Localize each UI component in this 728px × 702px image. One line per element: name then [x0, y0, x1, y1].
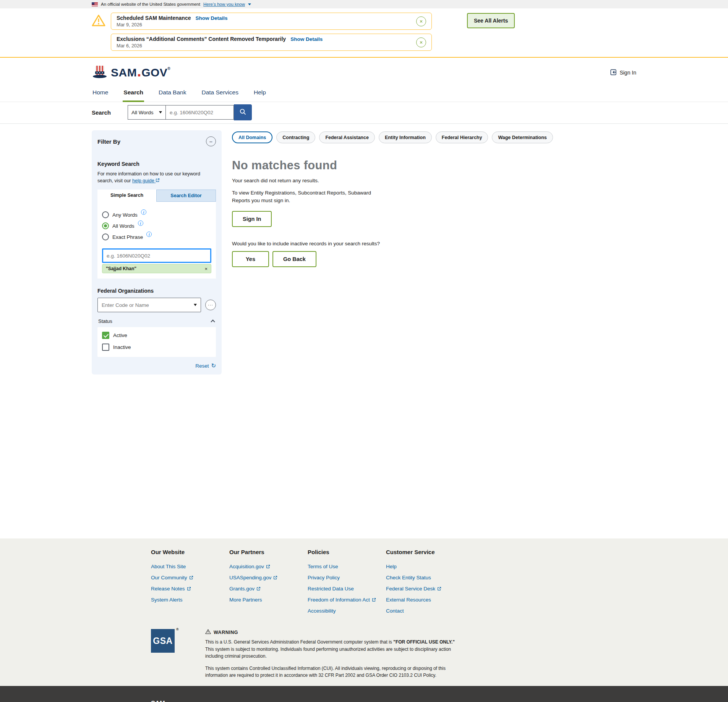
footer-link-about-this-site[interactable]: About This Site	[151, 564, 229, 569]
sign-in-button[interactable]: Sign In	[232, 211, 272, 227]
keyword-input[interactable]	[102, 248, 211, 263]
alert-close-button[interactable]: ×	[416, 37, 426, 47]
search-icon	[239, 108, 246, 117]
org-browse-button[interactable]: ···	[205, 300, 216, 310]
footer-link-more-partners[interactable]: More Partners	[229, 597, 308, 603]
info-icon[interactable]: i	[138, 220, 143, 226]
federal-org-combobox[interactable]: Enter Code or Name	[97, 298, 201, 312]
alerts-section: Scheduled SAM Maintenance Show Details M…	[0, 8, 728, 58]
domain-pill-wage-determinations[interactable]: Wage Determinations	[492, 131, 553, 143]
search-input[interactable]	[166, 105, 234, 120]
footer-link-privacy-policy[interactable]: Privacy Policy	[308, 575, 386, 580]
external-link-icon	[266, 564, 270, 569]
alert-show-details-link[interactable]: Show Details	[195, 15, 227, 21]
domain-pill-entity-information[interactable]: Entity Information	[379, 131, 432, 143]
info-icon[interactable]: i	[141, 209, 146, 215]
heres-how-you-know-link[interactable]: Here’s how you know	[203, 2, 245, 6]
external-link-icon	[187, 587, 191, 591]
site-footer: Our Website About This Site Our Communit…	[0, 538, 728, 686]
search-button[interactable]	[234, 104, 252, 120]
footer-link-external-resources[interactable]: External Resources	[386, 597, 464, 603]
radio-all-words[interactable]: All Words i	[102, 222, 211, 229]
nav-item-search[interactable]: Search	[123, 85, 144, 102]
footer-link-accessibility[interactable]: Accessibility	[308, 608, 386, 614]
footer-link-contact[interactable]: Contact	[386, 608, 464, 614]
footer-brand: SAM.gov	[151, 700, 728, 702]
footer-link-our-community[interactable]: Our Community	[151, 575, 229, 580]
footer-link-freedom-of-information-act[interactable]: Freedom of Information Act	[308, 597, 386, 603]
nav-item-home[interactable]: Home	[92, 85, 109, 102]
external-link-icon	[156, 178, 160, 182]
radio-exact-phrase[interactable]: Exact Phrase i	[102, 233, 211, 240]
alert-close-button[interactable]: ×	[416, 16, 426, 26]
nav-item-data-bank[interactable]: Data Bank	[158, 85, 187, 102]
no-results-text: Your search did not return any results.	[232, 178, 636, 183]
status-label: Status	[98, 318, 112, 324]
nav-item-help[interactable]: Help	[253, 85, 267, 102]
identifier-footer: SAM.gov An official website of the U.S. …	[0, 686, 728, 702]
go-back-button[interactable]: Go Back	[272, 251, 316, 267]
footer-link-terms-of-use[interactable]: Terms of Use	[308, 564, 386, 569]
status-box: Active Inactive	[97, 327, 216, 357]
sam-gov-logo[interactable]: SAMGOV®	[92, 65, 170, 81]
results-area: All Domains Contracting Federal Assistan…	[232, 130, 636, 267]
domain-pill-federal-assistance[interactable]: Federal Assistance	[319, 131, 375, 143]
radio-selected-icon	[102, 222, 109, 229]
radio-unselected-icon	[102, 233, 109, 240]
info-icon[interactable]: i	[146, 232, 152, 237]
footer-link-usaspending-gov[interactable]: USASpending.gov	[229, 575, 308, 580]
warning-block: WARNING This is a U.S. General Services …	[205, 629, 457, 679]
tab-search-editor[interactable]: Search Editor	[156, 190, 216, 202]
yes-button[interactable]: Yes	[232, 251, 269, 267]
keyword-chip-label: "Sajjad Khan"	[106, 266, 136, 271]
status-inactive-checkbox[interactable]: Inactive	[102, 344, 211, 351]
reset-filters-link[interactable]: Reset↻	[195, 363, 216, 369]
close-icon: ×	[420, 19, 423, 24]
domain-pill-federal-hierarchy[interactable]: Federal Hierarchy	[436, 131, 488, 143]
footer-column-our-website: Our Website About This Site Our Communit…	[151, 549, 229, 619]
footer-link-help[interactable]: Help	[386, 564, 464, 569]
minus-icon: −	[209, 138, 213, 145]
sign-in-link[interactable]: Sign In	[610, 69, 636, 77]
see-all-alerts-button[interactable]: See All Alerts	[467, 13, 515, 28]
sign-in-note: To view Entity Registrations, Subcontrac…	[232, 189, 386, 205]
search-label: Search	[92, 109, 128, 116]
footer-link-check-entity-status[interactable]: Check Entity Status	[386, 575, 464, 580]
footer-link-federal-service-desk[interactable]: Federal Service Desk	[386, 586, 464, 592]
footer-heading: Policies	[308, 549, 386, 555]
alert-warning-icon	[92, 15, 105, 28]
remove-chip-button[interactable]: ×	[204, 266, 208, 271]
footer-link-grants-gov[interactable]: Grants.gov	[229, 586, 308, 592]
footer-link-acquisition-gov[interactable]: Acquisition.gov	[229, 564, 308, 569]
alert-date: Mar 6, 2026	[117, 43, 323, 49]
federal-org-placeholder: Enter Code or Name	[102, 302, 149, 308]
inactive-records-question: Would you like to include inactive recor…	[232, 241, 636, 246]
checkbox-unchecked-icon	[102, 344, 109, 351]
close-icon: ×	[204, 266, 208, 272]
footer-link-restricted-data-use[interactable]: Restricted Data Use	[308, 586, 386, 592]
footer-link-release-notes[interactable]: Release Notes	[151, 586, 229, 592]
footer-column-our-partners: Our Partners Acquisition.gov USASpending…	[229, 549, 308, 619]
status-active-checkbox[interactable]: Active	[102, 332, 211, 339]
chevron-down-icon	[159, 111, 162, 113]
gov-banner-text: An official website of the United States…	[101, 2, 200, 6]
chevron-down-icon	[248, 3, 251, 5]
domain-pill-all-domains[interactable]: All Domains	[232, 131, 272, 143]
site-header: SAMGOV® Sign In	[92, 58, 636, 85]
domain-pills: All Domains Contracting Federal Assistan…	[232, 131, 636, 143]
gsa-logo: GSA ®	[151, 629, 175, 653]
help-guide-link[interactable]: help guide	[132, 178, 160, 183]
domain-pill-contracting[interactable]: Contracting	[276, 131, 315, 143]
alert-show-details-link[interactable]: Show Details	[290, 36, 323, 42]
alert-scheduled-maintenance: Scheduled SAM Maintenance Show Details M…	[111, 13, 432, 30]
alert-title: Exclusions “Additional Comments” Content…	[117, 36, 286, 42]
tab-simple-search[interactable]: Simple Search	[97, 190, 156, 202]
gov-banner: An official website of the United States…	[0, 0, 728, 8]
us-flag-icon	[92, 2, 98, 6]
radio-any-words[interactable]: Any Words i	[102, 211, 211, 218]
nav-item-data-services[interactable]: Data Services	[201, 85, 239, 102]
footer-link-system-alerts[interactable]: System Alerts	[151, 597, 229, 603]
status-section-header[interactable]: Status	[97, 318, 216, 327]
search-mode-select[interactable]: All Words	[128, 105, 166, 120]
collapse-filters-button[interactable]: −	[206, 136, 216, 146]
